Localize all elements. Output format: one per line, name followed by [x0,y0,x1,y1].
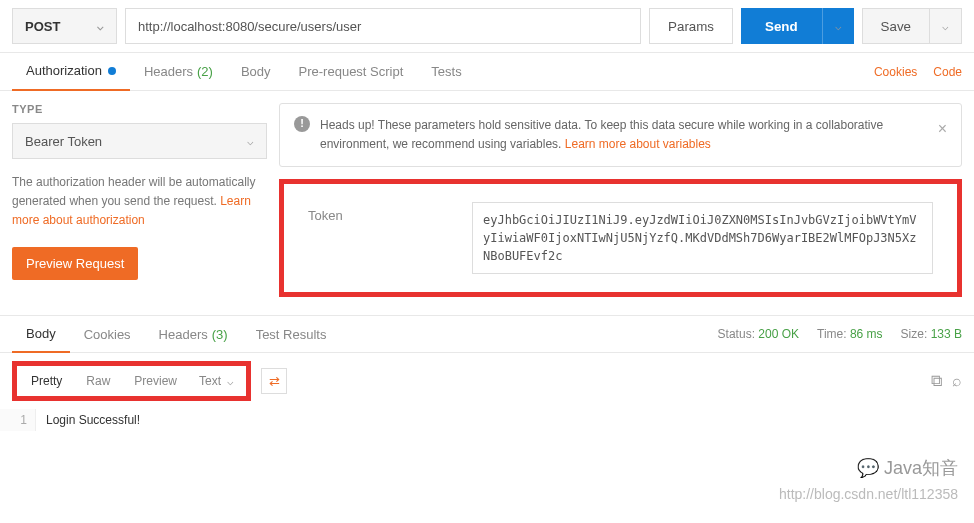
auth-type-value: Bearer Token [25,134,102,149]
tab-count: (2) [197,64,213,79]
tab-label: Authorization [26,63,102,78]
response-tab-body[interactable]: Body [12,315,70,353]
tab-body[interactable]: Body [227,53,285,91]
close-icon[interactable]: × [938,116,947,154]
format-raw[interactable]: Raw [74,368,122,394]
send-button[interactable]: Send [741,8,822,44]
copy-icon[interactable]: ⧉ [931,372,942,390]
response-tab-headers[interactable]: Headers (3) [145,315,242,353]
chevron-down-icon: ⌵ [97,20,104,33]
tab-count: (3) [212,327,228,342]
cookies-link[interactable]: Cookies [874,65,917,79]
chevron-down-icon: ⌵ [835,20,842,33]
wechat-icon: 💬 [857,458,879,478]
modified-dot-icon [108,67,116,75]
watermark: 💬 Java知音 http://blog.csdn.net/ltl112358 [779,454,958,505]
size-value: 133 B [931,327,962,341]
sensitive-data-alert: ! Heads up! These parameters hold sensit… [279,103,962,167]
wrap-lines-icon[interactable]: ⇄ [261,368,287,394]
tab-authorization[interactable]: Authorization [12,53,130,91]
http-method-label: POST [25,19,60,34]
send-dropdown[interactable]: ⌵ [822,8,854,44]
tab-label: Headers [159,327,208,342]
content-type-select[interactable]: Text ⌵ [189,368,244,394]
tab-prerequest[interactable]: Pre-request Script [285,53,418,91]
preview-request-button[interactable]: Preview Request [12,247,138,280]
response-meta: Status: 200 OK Time: 86 ms Size: 133 B [718,327,962,341]
chevron-down-icon: ⌵ [227,375,234,388]
url-input[interactable] [125,8,641,44]
response-content[interactable]: Login Successful! [36,409,974,431]
auth-description: The authorization header will be automat… [12,173,267,231]
token-label: Token [308,202,448,223]
format-pretty[interactable]: Pretty [19,368,74,394]
token-section: Token eyJhbGciOiJIUzI1NiJ9.eyJzdWIiOiJ0Z… [279,179,962,297]
format-preview[interactable]: Preview [122,368,189,394]
http-method-select[interactable]: POST ⌵ [12,8,117,44]
format-selector: Pretty Raw Preview Text ⌵ [12,361,251,401]
time-value: 86 ms [850,327,883,341]
response-body: 1 Login Successful! [0,409,974,431]
type-heading: TYPE [12,103,267,115]
auth-type-select[interactable]: Bearer Token ⌵ [12,123,267,159]
info-icon: ! [294,116,310,132]
chevron-down-icon: ⌵ [942,20,949,33]
tab-headers[interactable]: Headers (2) [130,53,227,91]
tab-tests[interactable]: Tests [417,53,475,91]
code-link[interactable]: Code [933,65,962,79]
save-button[interactable]: Save [862,8,930,44]
save-dropdown[interactable]: ⌵ [930,8,962,44]
tab-label: Headers [144,64,193,79]
search-icon[interactable]: ⌕ [952,372,962,390]
params-button[interactable]: Params [649,8,733,44]
status-value: 200 OK [758,327,799,341]
line-number: 1 [0,409,36,431]
response-tab-cookies[interactable]: Cookies [70,315,145,353]
response-tab-tests[interactable]: Test Results [242,315,341,353]
learn-variables-link[interactable]: Learn more about variables [565,137,711,151]
token-input[interactable]: eyJhbGciOiJIUzI1NiJ9.eyJzdWIiOiJ0ZXN0MSI… [472,202,933,274]
chevron-down-icon: ⌵ [247,135,254,148]
